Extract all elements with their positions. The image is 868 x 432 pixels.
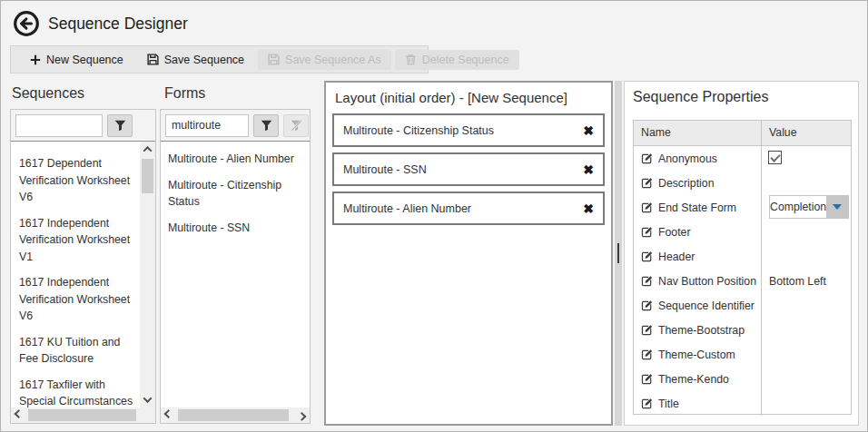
property-value-cell xyxy=(762,220,851,244)
property-name-label: Sequence Identifier xyxy=(658,299,755,312)
delete-sequence-button[interactable]: Delete Sequence xyxy=(395,50,519,70)
anonymous-checkbox[interactable] xyxy=(768,151,782,164)
edit-icon xyxy=(641,275,653,287)
scroll-right-button[interactable] xyxy=(294,407,310,423)
list-item[interactable]: 1617 Independent Verification Worksheet … xyxy=(19,274,136,325)
property-row-end-state-form: End State FormCompletion xyxy=(634,195,851,220)
property-row-anonymous: Anonymous xyxy=(634,146,851,171)
chevron-right-icon xyxy=(298,412,307,421)
remove-icon[interactable]: ✖ xyxy=(583,163,594,176)
list-item[interactable]: Multiroute - Alien Number xyxy=(168,151,304,168)
layout-item-label: Multiroute - Citizenship Status xyxy=(343,124,494,137)
property-name-cell[interactable]: Theme-Custom xyxy=(634,342,762,367)
list-item-partial[interactable]: V1 xyxy=(19,142,140,146)
scroll-up-button[interactable] xyxy=(140,142,155,157)
sequences-search-input[interactable] xyxy=(15,114,103,137)
toolbar-button-label: Save Sequence xyxy=(164,54,244,66)
remove-icon[interactable]: ✖ xyxy=(583,202,594,215)
toolbar-button-label: Delete Sequence xyxy=(422,54,509,66)
save-sequence-button[interactable]: Save Sequence xyxy=(137,50,254,70)
list-item[interactable]: 1617 Taxfiler with Special Circumstances xyxy=(19,377,136,408)
property-row-description: Description xyxy=(634,171,851,195)
sequences-vertical-scrollbar[interactable] xyxy=(140,142,155,407)
property-value-cell: Bottom Left xyxy=(762,269,851,293)
back-button[interactable] xyxy=(13,10,40,37)
property-row-title: Title xyxy=(634,391,851,416)
property-name-cell[interactable]: End State Form xyxy=(634,195,762,220)
forms-horizontal-scrollbar[interactable] xyxy=(161,407,310,423)
edit-icon xyxy=(641,226,653,238)
sequences-horizontal-scrollbar[interactable] xyxy=(11,407,155,423)
layout-item[interactable]: Multiroute - Citizenship Status✖ xyxy=(332,113,605,147)
property-value-cell xyxy=(762,171,851,195)
filter-icon xyxy=(261,120,272,132)
property-name-label: Theme-Kendo xyxy=(658,373,729,386)
new-sequence-button[interactable]: New Sequence xyxy=(20,50,133,70)
edit-icon xyxy=(641,152,653,164)
property-row-header: Header xyxy=(634,244,851,269)
property-name-cell[interactable]: Description xyxy=(634,171,762,195)
property-row-theme-bootstrap: Theme-Bootstrap xyxy=(634,318,851,342)
list-item[interactable]: 1617 Dependent Verification Worksheet V6 xyxy=(19,155,136,206)
forms-list: Multiroute - Alien NumberMultiroute - Ci… xyxy=(161,142,308,407)
scroll-left-button[interactable] xyxy=(161,407,176,423)
scrollbar-corner xyxy=(140,407,155,423)
horizontal-scrollbar-thumb[interactable] xyxy=(28,409,136,421)
property-name-label: Theme-Custom xyxy=(658,349,735,361)
edit-icon xyxy=(641,201,653,213)
list-item[interactable]: 1617 KU Tuition and Fee Disclosure xyxy=(19,334,136,368)
edit-icon xyxy=(641,398,653,409)
splitter-handle[interactable] xyxy=(615,81,622,426)
forms-list-wrap: Multiroute - Alien NumberMultiroute - Ci… xyxy=(161,142,310,423)
splitter-grip-icon xyxy=(617,243,619,263)
property-row-nav-button-position: Nav Button PositionBottom Left xyxy=(634,269,851,293)
chevron-down-icon xyxy=(143,394,153,403)
vertical-scrollbar-thumb[interactable] xyxy=(142,159,153,193)
scroll-down-button[interactable] xyxy=(140,392,155,407)
list-item[interactable]: Multiroute - Citizenship Status xyxy=(168,177,304,211)
property-name-cell[interactable]: Sequence Identifier xyxy=(634,293,762,318)
layout-item-label: Multiroute - Alien Number xyxy=(343,202,471,215)
remove-icon[interactable]: ✖ xyxy=(583,124,594,137)
chevron-left-icon xyxy=(15,409,24,418)
sequences-panel: V1 1617 Dependent Verification Worksheet… xyxy=(10,109,156,424)
sequence-properties-panel: Sequence Properties Name Value Anonymous… xyxy=(624,81,859,426)
list-item[interactable]: 1617 Independent Verification Worksheet … xyxy=(19,215,136,266)
property-name-cell[interactable]: Nav Button Position xyxy=(634,269,762,293)
sequence-designer-window: Sequence Designer New SequenceSave Seque… xyxy=(0,0,868,432)
forms-panel: Multiroute - Alien NumberMultiroute - Ci… xyxy=(160,109,311,424)
list-item[interactable]: Multiroute - SSN xyxy=(168,220,304,237)
property-name-cell[interactable]: Header xyxy=(634,244,762,269)
property-name-cell[interactable]: Title xyxy=(634,391,762,416)
property-name-label: End State Form xyxy=(658,201,736,214)
forms-clear-filter-button[interactable] xyxy=(283,114,309,137)
toolbar-button-label: New Sequence xyxy=(46,54,123,66)
filter-clear-icon xyxy=(291,120,302,132)
forms-search-input[interactable] xyxy=(165,114,249,137)
edit-icon xyxy=(641,373,653,385)
layout-panel: Layout (initial order) - [New Sequence] … xyxy=(324,81,613,426)
property-name-cell[interactable]: Theme-Bootstrap xyxy=(634,318,762,342)
property-row-theme-custom: Theme-Custom xyxy=(634,342,851,367)
horizontal-scrollbar-thumb[interactable] xyxy=(178,409,289,421)
property-row-sequence-identifier: Sequence Identifier xyxy=(634,293,851,318)
sequences-filter-button[interactable] xyxy=(107,114,133,137)
property-value-cell xyxy=(762,293,851,318)
property-name-cell[interactable]: Anonymous xyxy=(634,146,762,171)
property-value-cell xyxy=(762,367,851,391)
trash-icon xyxy=(405,54,417,65)
layout-item[interactable]: Multiroute - Alien Number✖ xyxy=(332,191,605,225)
property-name-cell[interactable]: Theme-Kendo xyxy=(634,367,762,391)
property-value-cell xyxy=(762,146,851,171)
property-name-cell[interactable]: Footer xyxy=(634,220,762,244)
end-state-form-dropdown[interactable]: Completion xyxy=(769,195,849,219)
property-row-footer: Footer xyxy=(634,220,851,244)
scroll-left-button[interactable] xyxy=(11,407,26,423)
save-sequence-as-button[interactable]: Save Sequence As xyxy=(258,50,391,70)
edit-icon xyxy=(641,250,653,262)
forms-panel-title: Forms xyxy=(164,85,205,102)
property-row-theme-kendo: Theme-Kendo xyxy=(634,367,851,391)
layout-item[interactable]: Multiroute - SSN✖ xyxy=(332,152,605,186)
property-value-cell xyxy=(762,244,851,269)
forms-filter-button[interactable] xyxy=(253,114,279,137)
